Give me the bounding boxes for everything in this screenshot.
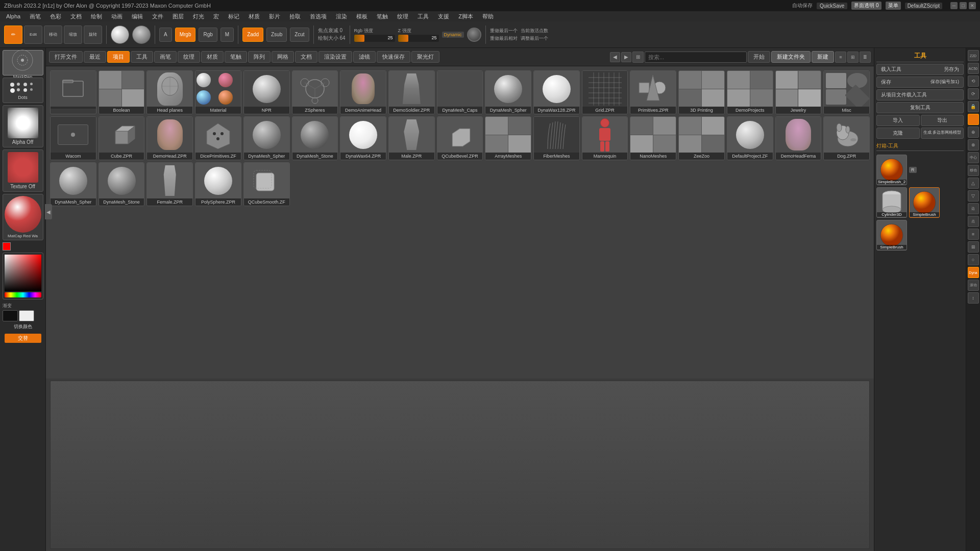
project-item-wacom[interactable]: Wacom bbox=[50, 116, 96, 160]
load-from-doc-btn[interactable]: 从项目文件载入工具 bbox=[876, 89, 964, 101]
far-right-btn19[interactable]: 滚动 bbox=[968, 280, 979, 291]
project-item-defaultproject[interactable]: DefaultProject.ZF bbox=[727, 116, 773, 160]
dots-tool[interactable]: Dots bbox=[3, 78, 43, 103]
far-right-dynamic-btn[interactable]: Dyna bbox=[968, 267, 979, 278]
project-item-dynamesh-caps[interactable]: DynaMesh_Caps bbox=[437, 70, 483, 114]
menu-support[interactable]: 支援 bbox=[434, 12, 453, 21]
simple-brush-2-thumb[interactable]: SimpleBrush_2 bbox=[876, 155, 907, 185]
far-right-ac50[interactable]: AC50 bbox=[968, 63, 979, 74]
menu-texture[interactable]: 纹理 bbox=[393, 12, 412, 21]
tab-document[interactable]: 文档 bbox=[295, 51, 317, 63]
clone-btn[interactable]: 克隆 bbox=[876, 128, 920, 139]
maskpen-tool[interactable]: MaskPen bbox=[3, 50, 43, 76]
simple-brush-a-thumb[interactable]: SimpleBrush bbox=[909, 187, 940, 218]
project-item-headplanes[interactable]: Head planes bbox=[146, 70, 193, 114]
rgb-btn[interactable]: Rgb bbox=[199, 28, 217, 42]
far-right-btn4[interactable]: ⟳ bbox=[968, 88, 979, 99]
menu-edit[interactable]: 编辑 bbox=[128, 12, 147, 21]
rotate-mode-btn[interactable]: 旋转 bbox=[84, 26, 102, 44]
far-right-btn20[interactable]: ↕ bbox=[968, 292, 979, 304]
foreground-color[interactable] bbox=[3, 242, 11, 251]
menu-movie[interactable]: 影片 bbox=[265, 12, 284, 21]
new-button[interactable]: 新建 bbox=[812, 51, 834, 63]
edit-mode-btn[interactable]: Edit bbox=[24, 26, 42, 44]
tab-mesh[interactable]: 网格 bbox=[272, 51, 294, 63]
z-intensity-track[interactable]: 25 bbox=[398, 35, 439, 42]
m-btn[interactable]: M bbox=[220, 28, 234, 42]
search-input[interactable] bbox=[645, 52, 747, 63]
menu-template[interactable]: 模板 bbox=[352, 12, 372, 21]
brush-sphere-preview[interactable] bbox=[111, 26, 129, 44]
quicksave-button[interactable]: QuickSave bbox=[817, 3, 847, 9]
project-item-dynamesh-spher2[interactable]: DynaMesh_Spher bbox=[243, 116, 290, 160]
mrgb-btn[interactable]: Mrgb bbox=[175, 28, 196, 42]
menu-alpha[interactable]: Alpha bbox=[2, 12, 24, 20]
color-picker-area[interactable] bbox=[5, 255, 41, 291]
material-sphere-preview[interactable] bbox=[132, 26, 151, 44]
far-right-move[interactable]: 移动 bbox=[968, 165, 979, 176]
project-item-dynamesh-spher1[interactable]: DynaMesh_Spher bbox=[485, 70, 531, 114]
menu-help[interactable]: 帮助 bbox=[478, 12, 498, 21]
simple-brush-b-thumb[interactable]: SimpleBrush bbox=[876, 220, 907, 251]
project-item-material[interactable]: Material bbox=[195, 70, 241, 114]
project-item-dynamesh-spher3[interactable]: DynaMesh_Spher bbox=[50, 162, 96, 206]
menu-stroke[interactable]: 笔触 bbox=[373, 12, 392, 21]
far-right-zoom2d[interactable]: Z2D bbox=[968, 50, 979, 61]
expand-icon[interactable]: ⊞ bbox=[632, 52, 644, 63]
alpha-off-button[interactable]: Alpha Off bbox=[3, 105, 43, 147]
far-right-btn12[interactable]: ▽ bbox=[968, 190, 979, 202]
begin-button[interactable]: 开始 bbox=[748, 51, 770, 63]
view-grid-btn[interactable]: ⊞ bbox=[847, 52, 859, 63]
project-item-primitives[interactable]: Primitives.ZPR bbox=[630, 70, 676, 114]
cylinder3d-thumb[interactable]: Cylinder3D bbox=[876, 187, 907, 218]
menu-marker[interactable]: 标记 bbox=[224, 12, 243, 21]
nav-left-arrow[interactable]: ◀ bbox=[610, 52, 620, 62]
canvas-area[interactable] bbox=[50, 381, 870, 549]
menu-color[interactable]: 色彩 bbox=[46, 12, 65, 21]
project-item-diceprimitives[interactable]: DicePrimitives.ZF bbox=[195, 116, 241, 160]
save-btn[interactable]: 保存 保存(编号加1) bbox=[876, 77, 964, 88]
project-item-boolean[interactable]: Boolean bbox=[99, 70, 145, 114]
far-right-btn11[interactable]: △ bbox=[968, 178, 979, 189]
tab-spotlight[interactable]: 聚光灯 bbox=[411, 51, 439, 63]
far-right-btn17[interactable]: ○ bbox=[968, 254, 979, 265]
zcut-btn[interactable]: Zcut bbox=[290, 28, 309, 42]
rgb-intensity-track[interactable]: 25 bbox=[354, 35, 395, 42]
project-item-npr[interactable]: NPR bbox=[243, 70, 290, 114]
copy-tool-btn[interactable]: 复制工具 bbox=[876, 102, 964, 113]
menu-layer[interactable]: 图层 bbox=[168, 12, 188, 21]
project-item-misc[interactable]: Misc bbox=[823, 70, 870, 114]
menu-render[interactable]: 渲染 bbox=[332, 12, 351, 21]
project-item-male[interactable]: Male.ZPR bbox=[388, 116, 435, 160]
dynamic-label[interactable]: Dynamic bbox=[442, 32, 464, 38]
project-item-polysphere[interactable]: PolySphere.ZPR bbox=[195, 162, 241, 206]
project-item-cube[interactable]: Cube.ZPR bbox=[99, 116, 145, 160]
generate-btn[interactable]: 生成 多边形网格模型 bbox=[921, 128, 964, 139]
draw-mode-btn[interactable]: ✏ bbox=[4, 26, 22, 44]
tab-texture[interactable]: 纹理 bbox=[178, 51, 200, 63]
far-right-btn8[interactable]: ⊗ bbox=[968, 139, 979, 151]
project-item-nanomeshes[interactable]: NanoMeshes bbox=[630, 116, 676, 160]
tab-tool[interactable]: 工具 bbox=[131, 51, 153, 63]
project-item-demoprojects[interactable]: DemoProjects bbox=[727, 70, 773, 114]
tab-project[interactable]: 项目 bbox=[107, 51, 130, 63]
project-item-demohead[interactable]: DemoHead.ZPR bbox=[146, 116, 193, 160]
new-folder-button[interactable]: 新建文件夹 bbox=[771, 51, 811, 63]
project-item-qcubesmooth[interactable]: QCubeSmooth.ZF bbox=[243, 162, 290, 206]
project-item-zeezoo[interactable]: ZeeZoo bbox=[678, 116, 725, 160]
tab-recent[interactable]: 最近 bbox=[84, 51, 106, 63]
project-item-dynawax64[interactable]: DynaWax64.ZPR bbox=[340, 116, 386, 160]
matcap-selector[interactable]: MatCap Red Wa bbox=[3, 194, 43, 240]
menu-light[interactable]: 灯光 bbox=[189, 12, 208, 21]
far-right-orange-btn[interactable] bbox=[968, 114, 979, 125]
win-minimize[interactable]: ─ bbox=[950, 2, 958, 9]
view-list-btn[interactable]: ≡ bbox=[835, 52, 846, 63]
draw-knob[interactable] bbox=[467, 28, 481, 42]
tab-material[interactable]: 材质 bbox=[201, 51, 224, 63]
project-item-dynawax128[interactable]: DynaWax128.ZPR bbox=[533, 70, 580, 114]
project-item-jewelry[interactable]: Jewelry bbox=[775, 70, 822, 114]
menu-material[interactable]: 材质 bbox=[244, 12, 264, 21]
project-item-qcubebevel[interactable]: QCubeBevel.ZPR bbox=[437, 116, 483, 160]
project-item-folder-blank[interactable] bbox=[50, 70, 96, 114]
menu-file[interactable]: 文件 bbox=[148, 12, 167, 21]
